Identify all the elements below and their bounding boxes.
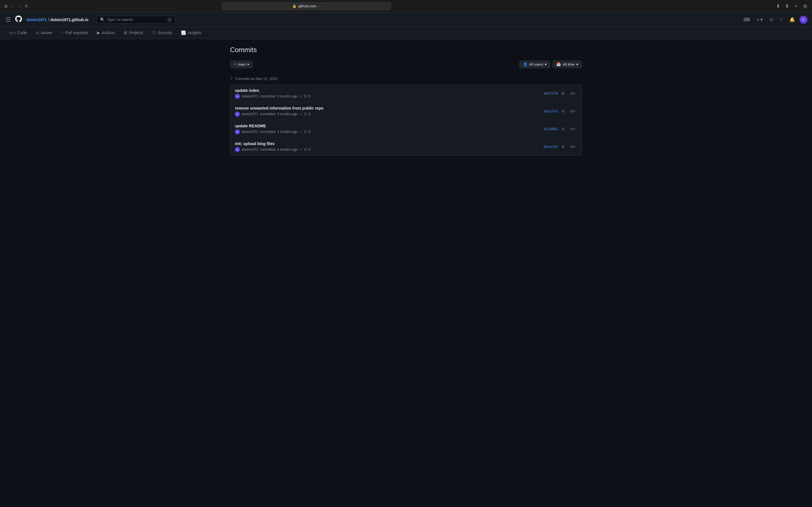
browse-repo-btn[interactable]: </> [568, 144, 577, 150]
notifications-btn[interactable]: 🔔 [787, 16, 797, 23]
issues-btn[interactable]: ⊙ [767, 16, 775, 23]
commit-author-avatar: D [235, 147, 240, 152]
forward-btn[interactable]: › [17, 4, 22, 9]
commit-author[interactable]: dstein1971 [242, 94, 258, 98]
commit-message[interactable]: update index [235, 88, 540, 93]
commit-message[interactable]: remove unwanted information from public … [235, 106, 540, 110]
new-tab-icon[interactable]: + [793, 3, 800, 10]
commit-author[interactable]: dstein1971 [242, 130, 258, 134]
commit-message[interactable]: update README [235, 124, 540, 128]
commit-info: init; upload blog files D dstein1971 com… [235, 142, 540, 152]
avatar[interactable]: D [800, 16, 808, 24]
commit-time: 4 months ago [277, 130, 298, 134]
commit-checks: 3 / 3 [304, 148, 310, 152]
search-icon: 🔍 [100, 17, 105, 22]
sidebar-toggle-btn[interactable]: ⊞ [3, 4, 8, 9]
commit-row: init; upload blog files D dstein1971 com… [231, 138, 581, 156]
commit-row: update README D dstein1971 committed 4 m… [231, 120, 581, 138]
commit-action: committed [260, 112, 275, 116]
branch-name: main [238, 62, 246, 66]
commit-sha[interactable]: b5a2fa7 [544, 109, 558, 113]
browser-actions: ⬇ ⬆ + ⧉ [775, 3, 809, 10]
browse-repo-btn[interactable]: </> [568, 126, 577, 132]
commit-action: committed [260, 130, 275, 134]
code-icon: </> [9, 31, 15, 35]
commit-sha[interactable]: e214682 [544, 127, 558, 131]
nav-projects[interactable]: ⊞ Projects [119, 27, 148, 39]
new-item-btn[interactable]: + ▾ [755, 16, 765, 23]
repo-nav: </> Code ⊙ Issues ⑂ Pull requests ▶ Acti… [0, 27, 812, 39]
commit-actions: e214682 ⎘ </> [544, 126, 577, 132]
commit-meta: D dstein1971 committed 4 months ago ✓ 3 … [235, 129, 540, 134]
copy-sha-btn[interactable]: ⎘ [560, 126, 566, 132]
breadcrumb-repo[interactable]: dstein1971.github.io [50, 17, 88, 22]
all-time-filter-btn[interactable]: 📅 All time ▾ [553, 61, 582, 68]
commit-group-icon: ⑂ [230, 76, 233, 81]
search-box[interactable]: 🔍 Type / to search / [96, 16, 175, 24]
commit-sha[interactable]: 6637570 [544, 92, 558, 96]
lock-icon: 🔒 [292, 4, 297, 8]
address-bar[interactable]: 🔒 github.com ··· [222, 2, 391, 10]
github-logo [15, 15, 22, 24]
copy-sha-btn[interactable]: ⎘ [560, 108, 566, 114]
browse-repo-btn[interactable]: </> [568, 91, 577, 97]
copy-sha-btn[interactable]: ⎘ [560, 144, 566, 150]
commit-author[interactable]: dstein1971 [242, 148, 258, 152]
commit-actions: be1ac43 ⎘ </> [544, 144, 577, 150]
chevron-down-icon: ▾ [576, 62, 578, 66]
nav-actions[interactable]: ▶ Actions [93, 27, 119, 39]
nav-insights[interactable]: 📈 Insights [176, 27, 206, 39]
commit-checks: 3 / 3 [304, 112, 310, 116]
share-icon[interactable]: ⬆ [784, 3, 791, 10]
nav-code[interactable]: </> Code [4, 27, 31, 39]
breadcrumb-user[interactable]: dstein1971 [27, 17, 47, 22]
commit-author-avatar: D [235, 94, 240, 99]
branch-icon: ⑂ [234, 62, 236, 66]
copy-sha-btn[interactable]: ⎘ [560, 91, 566, 97]
commit-list: update index D dstein1971 committed 4 mo… [230, 84, 582, 156]
commit-info: update index D dstein1971 committed 4 mo… [235, 88, 540, 99]
pr-icon: ⑂ [61, 31, 63, 35]
search-kbd: / [167, 17, 172, 22]
check-icon: ✓ [299, 94, 302, 98]
security-icon: 🛡 [152, 31, 156, 35]
download-icon[interactable]: ⬇ [775, 3, 781, 10]
terminal-btn[interactable]: ⌨ [741, 16, 752, 23]
nav-pull-requests[interactable]: ⑂ Pull requests [57, 27, 93, 39]
hamburger-menu-btn[interactable]: ☰ [4, 15, 12, 24]
commit-actions: 6637570 ⎘ </> [544, 91, 577, 97]
chevron-down-icon: ▾ [760, 17, 763, 22]
filter-group: 👤 All users ▾ 📅 All time ▾ [519, 61, 582, 68]
commit-time: 4 months ago [277, 112, 298, 116]
check-icon: ✓ [299, 112, 302, 116]
issues-icon: ⊙ [36, 31, 39, 35]
nav-security[interactable]: 🛡 Security [148, 27, 177, 39]
pull-requests-btn[interactable]: ⑂ [777, 16, 785, 23]
branch-selector-btn[interactable]: ⑂ main ▾ [230, 61, 253, 68]
commit-group-date: Commits on Dec 21, 2023 [235, 76, 277, 81]
chevron-down-icon: ▾ [545, 62, 547, 66]
calendar-icon: 📅 [556, 62, 561, 66]
commit-message[interactable]: init; upload blog files [235, 142, 540, 146]
commit-row: remove unwanted information from public … [231, 103, 581, 120]
commit-meta: D dstein1971 committed 4 months ago ✓ 3 … [235, 94, 540, 99]
commit-author[interactable]: dstein1971 [242, 112, 258, 116]
reload-btn[interactable]: ↺ [24, 4, 29, 9]
browse-repo-btn[interactable]: </> [568, 108, 577, 114]
commit-sha[interactable]: be1ac43 [544, 145, 558, 149]
commit-meta: D dstein1971 committed 4 months ago ✓ 3 … [235, 112, 540, 117]
tabs-icon[interactable]: ⧉ [802, 3, 809, 10]
insights-icon: 📈 [181, 31, 186, 35]
header-actions: ⌨ + ▾ ⊙ ⑂ 🔔 D [741, 16, 808, 24]
all-users-filter-btn[interactable]: 👤 All users ▾ [519, 61, 551, 68]
all-users-label: All users [529, 62, 543, 66]
back-btn[interactable]: ‹ [10, 4, 15, 9]
nav-issues[interactable]: ⊙ Issues [31, 27, 57, 39]
commit-row: update index D dstein1971 committed 4 mo… [231, 85, 581, 103]
projects-icon: ⊞ [124, 31, 127, 35]
commit-checks: 3 / 3 [304, 94, 310, 98]
gh-header: ☰ dstein1971 / dstein1971.github.io 🔍 Ty… [0, 12, 812, 27]
commits-toolbar: ⑂ main ▾ 👤 All users ▾ 📅 All time ▾ [230, 61, 582, 68]
all-time-label: All time [562, 62, 574, 66]
browser-chrome: ⊞ ‹ › ↺ 🔒 github.com ··· ⬇ ⬆ + ⧉ [0, 0, 812, 12]
